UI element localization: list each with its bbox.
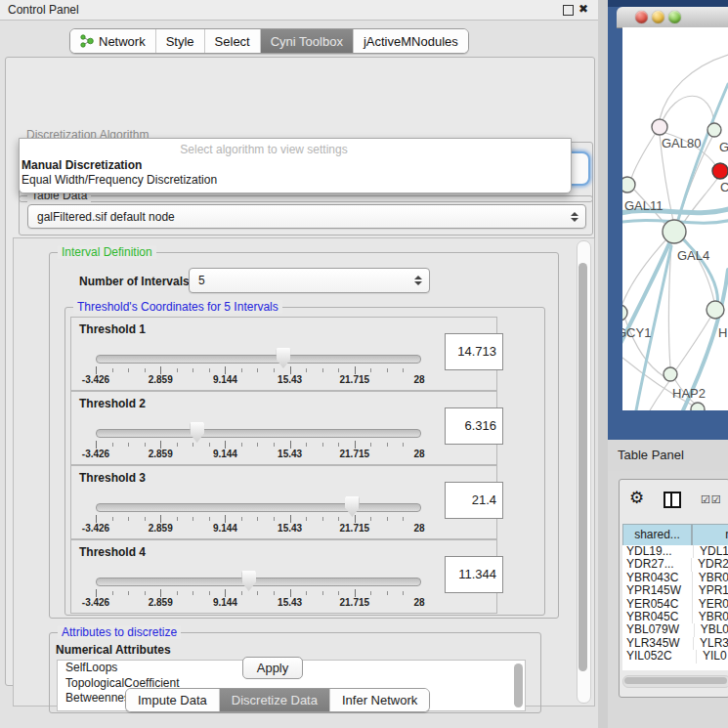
table-row[interactable]: YBR043CYBR0: [622, 572, 728, 584]
tab-cyni-toolbox[interactable]: Cyni Toolbox: [261, 29, 354, 53]
tab-network[interactable]: Network: [70, 29, 156, 53]
node-gal80[interactable]: [652, 119, 667, 135]
node-gal4[interactable]: [663, 220, 686, 243]
network-window-titlebar[interactable]: [617, 7, 728, 28]
slider-track[interactable]: [96, 429, 421, 438]
tab-infer-network[interactable]: Infer Network: [330, 689, 429, 711]
number-of-intervals-combobox[interactable]: 5: [189, 268, 430, 293]
close-icon[interactable]: ✖: [578, 2, 588, 16]
algorithm-dropdown-popup: Select algorithm to view settings Manual…: [19, 138, 572, 193]
tick-label: 21.715: [340, 597, 370, 608]
node-gal11[interactable]: [622, 177, 635, 193]
apply-button[interactable]: Apply: [242, 657, 303, 679]
table-horizontal-scrollbar[interactable]: [622, 675, 728, 688]
cell: YDL19...: [622, 545, 693, 558]
table-row[interactable]: YIL052CYIL0: [622, 650, 728, 663]
slider-track[interactable]: [96, 578, 421, 586]
scrollbar-thumb[interactable]: [624, 677, 727, 684]
tab-style[interactable]: Style: [156, 29, 205, 53]
slider-thumb[interactable]: [241, 571, 256, 591]
table-row[interactable]: YDL19...YDL1: [622, 545, 728, 558]
slider-track[interactable]: [96, 503, 421, 512]
tab-label: Select: [215, 34, 250, 49]
threshold-1-slider[interactable]: -3.426 2.859 9.144 15.43 21.715 28: [91, 347, 423, 388]
node-hap2[interactable]: [664, 367, 677, 381]
interval-definition-title: Interval Definition: [58, 245, 156, 259]
gear-icon[interactable]: ⚙: [629, 490, 644, 506]
table-panel-header: Table Panel: [608, 440, 728, 471]
tab-label: Cyni Toolbox: [271, 34, 343, 49]
table-row[interactable]: YER054CYER0: [622, 598, 728, 611]
slider-ticks: [96, 366, 419, 374]
tab-label: Discretize Data: [232, 693, 318, 707]
cell: YBR0: [692, 572, 728, 584]
float-window-icon[interactable]: [563, 5, 574, 16]
threshold-1-value-field[interactable]: 14.713: [445, 333, 503, 370]
network-icon: [80, 34, 94, 48]
table-row[interactable]: YBR045CYBR0: [622, 611, 728, 623]
threshold-4-value-field[interactable]: 11.344: [445, 556, 503, 593]
control-panel-titlebar: Control Panel ✖: [0, 0, 598, 21]
node-h[interactable]: [707, 301, 724, 319]
algorithm-option-manual[interactable]: Manual Discretization: [21, 158, 569, 173]
spinner-arrows-icon: [570, 212, 578, 222]
slider-thumb[interactable]: [345, 496, 360, 517]
threshold-2-slider[interactable]: -3.426 2.859 9.144 15.43 21.715 28: [91, 421, 423, 462]
checkboxes-icon[interactable]: ☑☑: [701, 493, 722, 506]
node-top-right[interactable]: [707, 123, 721, 137]
tick-label: 21.715: [340, 449, 370, 459]
zoom-traffic-light[interactable]: [668, 11, 681, 23]
tab-impute-data[interactable]: Impute Data: [126, 689, 220, 711]
threshold-2-value-field[interactable]: 6.316: [445, 407, 503, 445]
cell: YDR27...: [622, 558, 691, 571]
tick-label: 21.715: [340, 374, 370, 385]
node-bottom[interactable]: [691, 403, 705, 410]
list-scrollbar[interactable]: [514, 664, 523, 707]
tick-label: 21.715: [340, 523, 370, 534]
node-selected-red[interactable]: [712, 163, 728, 179]
table-rows: YDL19...YDL1 YDR27...YDR2 YBR043CYBR0 YP…: [622, 545, 728, 670]
network-canvas[interactable]: GAL80 G C GAL11 GAL4 GCY1 H HAP2: [622, 27, 728, 410]
tab-jactivemnodules[interactable]: jActiveMNodules: [354, 29, 468, 53]
tick-label: -3.426: [82, 523, 109, 534]
cyni-toolbox-panel: Discretization Algorithm Select algorith…: [5, 57, 595, 686]
panel-scrollbar[interactable]: [577, 240, 591, 704]
thresholds-group-title: Threshold's Coordinates for 5 Intervals: [73, 300, 282, 314]
panel-divider[interactable]: [598, 0, 608, 728]
node-gcy1[interactable]: [622, 305, 627, 321]
scrollbar-thumb[interactable]: [578, 263, 587, 671]
numerical-attributes-label: Numerical Attributes: [56, 643, 171, 657]
column-header-name[interactable]: na: [692, 524, 728, 546]
slider-tick-labels: -3.426 2.859 9.144 15.43 21.715 28: [96, 597, 419, 609]
table-row[interactable]: YPR145WYPR1: [622, 584, 728, 597]
window-frame-edge: [608, 0, 728, 7]
slider-tick-labels: -3.426 2.859 9.144 15.43 21.715 28: [96, 374, 419, 386]
column-header-shared-name[interactable]: shared...: [622, 524, 692, 546]
table-row[interactable]: YBL079WYBL0: [622, 623, 728, 636]
table-data-combobox[interactable]: galFiltered.sif default node: [27, 204, 586, 229]
settings-scroll-panel: Interval Definition Number of Intervals …: [13, 237, 595, 707]
columns-icon[interactable]: [664, 492, 681, 508]
tick-label: 2.859: [149, 449, 173, 459]
minimize-traffic-light[interactable]: [652, 11, 664, 23]
number-of-intervals-label: Number of Intervals: [79, 275, 190, 288]
algorithm-option-equal-width[interactable]: Equal Width/Frequency Discretization: [21, 173, 569, 188]
tick-label: 15.43: [278, 374, 302, 385]
node-label: HAP2: [672, 386, 706, 401]
threshold-3-slider[interactable]: -3.426 2.859 9.144 15.43 21.715 28: [91, 495, 423, 536]
threshold-4-slider[interactable]: -3.426 2.859 9.144 15.43 21.715 28: [91, 570, 423, 611]
tab-select[interactable]: Select: [205, 29, 261, 53]
table-row[interactable]: YDR27...YDR2: [622, 558, 728, 571]
close-traffic-light[interactable]: [635, 11, 648, 23]
slider-thumb[interactable]: [190, 422, 204, 443]
threshold-3-value-field[interactable]: 21.4: [445, 482, 503, 519]
panel-title: Control Panel: [8, 3, 79, 17]
tick-label: -3.426: [82, 597, 109, 608]
table-row[interactable]: YLR345WYLR3: [622, 637, 728, 650]
tick-label: 9.144: [213, 597, 237, 608]
tab-discretize-data[interactable]: Discretize Data: [220, 689, 330, 711]
slider-track[interactable]: [96, 355, 421, 364]
threshold-3-panel: Threshold 3 -3.426 2.859 9.144 15.43: [70, 465, 497, 539]
slider-thumb[interactable]: [276, 348, 290, 368]
slider-tick-labels: -3.426 2.859 9.144 15.43 21.715 28: [96, 523, 419, 535]
